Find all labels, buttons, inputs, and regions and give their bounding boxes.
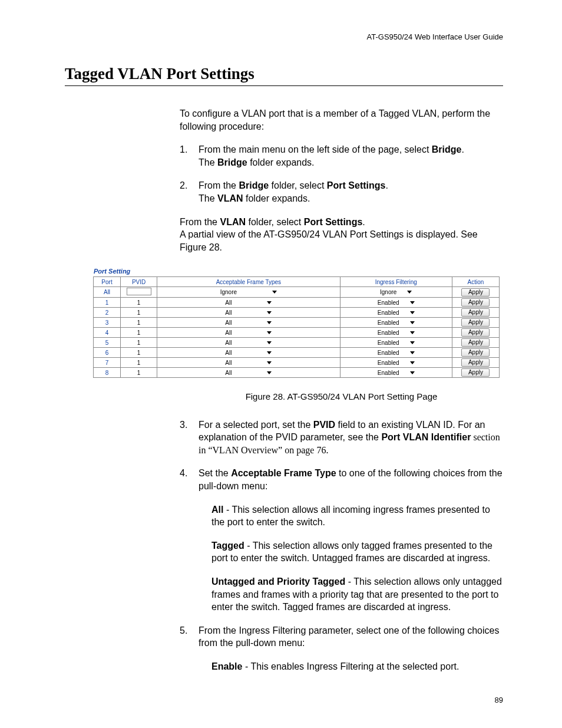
table-header-row: Port PVID Acceptable Frame Types Ingress… [94, 277, 500, 287]
if-cell[interactable]: Enabled [340, 338, 452, 348]
chevron-down-icon [267, 361, 272, 364]
option-all: All - This selection allows all incoming… [180, 503, 503, 529]
apply-button[interactable]: Apply [461, 368, 490, 377]
option-untagged: Untagged and Priority Tagged - This sele… [180, 575, 503, 614]
pvid-cell[interactable]: 1 [121, 368, 157, 378]
text: From the main menu on the left side of t… [199, 144, 432, 154]
text: From the Ingress Filtering parameter, se… [199, 625, 499, 648]
chevron-down-icon [410, 311, 415, 314]
pvid-cell[interactable]: 1 [121, 318, 157, 328]
pvid-cell[interactable]: 1 [121, 338, 157, 348]
port-cell[interactable]: 5 [94, 338, 121, 348]
aft-cell[interactable]: All [157, 338, 340, 348]
aft-value: All [225, 309, 232, 316]
if-all[interactable]: Ignore [340, 287, 452, 298]
page-number: 89 [495, 696, 503, 704]
pvid-cell[interactable]: 1 [121, 308, 157, 318]
if-value: Enabled [378, 360, 399, 366]
table-row: 21AllEnabledApply [94, 308, 500, 318]
if-cell[interactable]: Enabled [340, 348, 452, 358]
option-label: Untagged and Priority Tagged [211, 577, 345, 587]
chevron-down-icon [267, 351, 272, 354]
apply-button[interactable]: Apply [461, 338, 490, 347]
option-text: - This selection allows only tagged fram… [211, 541, 492, 564]
step-number: 3. [180, 419, 187, 431]
port-cell[interactable]: 1 [94, 298, 121, 308]
chevron-down-icon [267, 301, 272, 304]
option-text: - This selection allows all incoming ing… [211, 505, 490, 528]
text: From the [199, 180, 239, 190]
if-cell[interactable]: Enabled [340, 318, 452, 328]
pvid-cell[interactable]: 1 [121, 358, 157, 368]
port-cell[interactable]: 2 [94, 308, 121, 318]
apply-button[interactable]: Apply [461, 328, 490, 337]
port-cell[interactable]: 7 [94, 358, 121, 368]
intro-paragraph: To configure a VLAN port that is a membe… [180, 107, 503, 133]
aft-cell[interactable]: All [157, 298, 340, 308]
pvid-cell[interactable]: 1 [121, 298, 157, 308]
if-cell[interactable]: Enabled [340, 368, 452, 378]
if-value: Enabled [378, 340, 399, 346]
step-number: 5. [180, 624, 187, 637]
chevron-down-icon [410, 351, 415, 354]
step-number: 1. [180, 143, 187, 156]
apply-button[interactable]: Apply [461, 358, 490, 367]
pvid-input[interactable] [127, 288, 151, 295]
step-4: 4. Set the Acceptable Frame Type to one … [180, 467, 503, 492]
step-3: 3. For a selected port, set the PVID fie… [180, 419, 503, 457]
apply-button[interactable]: Apply [461, 288, 490, 297]
table-row: 71AllEnabledApply [94, 358, 500, 368]
aft-value: All [225, 360, 232, 366]
text: . [461, 144, 464, 154]
chevron-down-icon [267, 371, 272, 374]
if-value: Enabled [378, 370, 399, 376]
option-label: All [211, 505, 223, 515]
text: For a selected port, set the [199, 420, 313, 430]
text: folder, select [246, 217, 304, 227]
text: The [199, 157, 217, 167]
apply-button[interactable]: Apply [461, 318, 490, 327]
text: folder expands. [243, 193, 310, 203]
apply-button[interactable]: Apply [461, 348, 490, 357]
if-value: Enabled [378, 319, 399, 326]
table-row: 61AllEnabledApply [94, 348, 500, 358]
aft-cell[interactable]: All [157, 308, 340, 318]
aft-cell[interactable]: All [157, 318, 340, 328]
apply-button[interactable]: Apply [461, 298, 490, 307]
if-cell[interactable]: Enabled [340, 298, 452, 308]
vlan-paragraph: From the VLAN folder, select Port Settin… [180, 216, 503, 254]
step-number: 2. [180, 179, 187, 192]
keyword-portsettings: Port Settings [327, 180, 386, 190]
if-cell[interactable]: Enabled [340, 308, 452, 318]
port-cell[interactable]: 8 [94, 368, 121, 378]
panel-title: Port Setting [93, 268, 500, 275]
pvid-cell[interactable]: 1 [121, 348, 157, 358]
if-cell[interactable]: Enabled [340, 358, 452, 368]
pvid-cell[interactable]: 1 [121, 328, 157, 338]
if-value: Enabled [378, 350, 399, 356]
apply-button[interactable]: Apply [461, 308, 490, 317]
port-cell[interactable]: 3 [94, 318, 121, 328]
keyword-aft: Acceptable Frame Type [231, 468, 336, 478]
table-row: 51AllEnabledApply [94, 338, 500, 348]
port-cell[interactable]: 4 [94, 328, 121, 338]
keyword-pvid: PVID [313, 420, 335, 430]
port-all[interactable]: All [94, 287, 121, 298]
aft-all[interactable]: Ignore [157, 287, 340, 298]
col-act: Action [452, 277, 499, 287]
pvid-all[interactable] [121, 287, 157, 298]
port-cell[interactable]: 6 [94, 348, 121, 358]
table-row: 41AllEnabledApply [94, 328, 500, 338]
text: folder expands. [247, 157, 315, 167]
aft-cell[interactable]: All [157, 368, 340, 378]
text: . [362, 217, 365, 227]
if-value: Ignore [380, 289, 396, 295]
option-label: Enable [211, 661, 242, 671]
aft-cell[interactable]: All [157, 328, 340, 338]
aft-cell[interactable]: All [157, 358, 340, 368]
aft-cell[interactable]: All [157, 348, 340, 358]
keyword-bridge: Bridge [239, 180, 269, 190]
if-cell[interactable]: Enabled [340, 328, 452, 338]
aft-value: All [225, 350, 232, 356]
port-setting-table: Port PVID Acceptable Frame Types Ingress… [93, 276, 500, 378]
